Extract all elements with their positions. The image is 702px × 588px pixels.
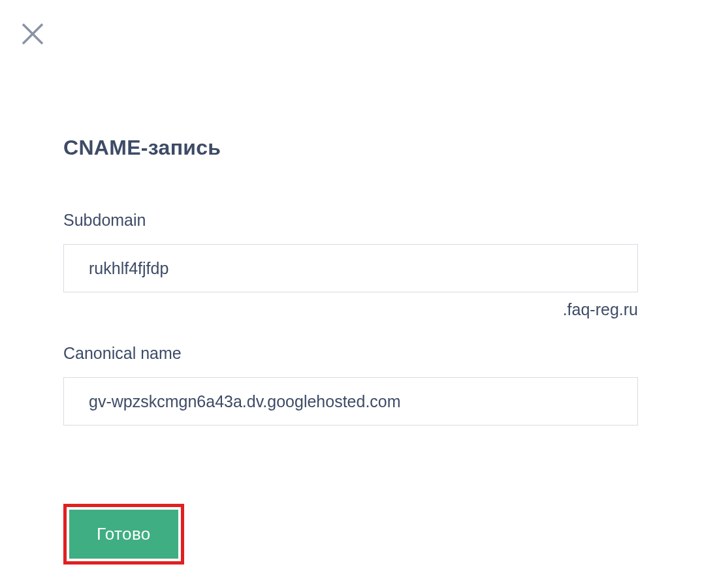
- close-button[interactable]: [18, 20, 47, 48]
- close-icon: [20, 21, 46, 47]
- subdomain-suffix: .faq-reg.ru: [63, 300, 638, 319]
- cname-form: CNAME-запись Subdomain .faq-reg.ru Canon…: [63, 136, 638, 565]
- canonical-field-group: Canonical name: [63, 344, 638, 426]
- subdomain-field-group: Subdomain .faq-reg.ru: [63, 211, 638, 319]
- canonical-label: Canonical name: [63, 344, 638, 363]
- canonical-input[interactable]: [63, 377, 638, 426]
- subdomain-label: Subdomain: [63, 211, 638, 230]
- form-title: CNAME-запись: [63, 136, 638, 160]
- subdomain-input[interactable]: [63, 244, 638, 292]
- submit-button[interactable]: Готово: [69, 510, 178, 559]
- submit-highlight: Готово: [63, 504, 184, 565]
